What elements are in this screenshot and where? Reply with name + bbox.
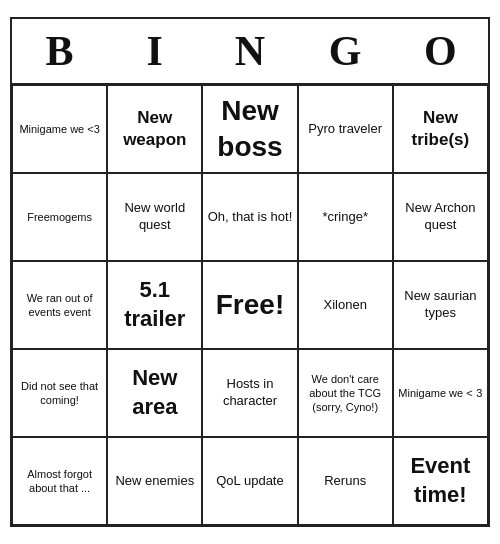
bingo-cell-9: New Archon quest — [393, 173, 488, 261]
bingo-cell-21: New enemies — [107, 437, 202, 525]
letter-n: N — [206, 27, 294, 75]
bingo-cell-5: Freemogems — [12, 173, 107, 261]
cell-text-7: Oh, that is hot! — [208, 209, 293, 226]
cell-text-16: New area — [112, 364, 197, 421]
cell-text-10: We ran out of events event — [17, 291, 102, 320]
bingo-cell-11: 5.1 trailer — [107, 261, 202, 349]
bingo-cell-12: Free! — [202, 261, 297, 349]
cell-text-13: Xilonen — [324, 297, 367, 314]
bingo-cell-6: New world quest — [107, 173, 202, 261]
cell-text-18: We don't care about the TCG (sorry, Cyno… — [303, 372, 388, 415]
cell-text-11: 5.1 trailer — [112, 276, 197, 333]
bingo-grid: Minigame we <3New weaponNew bossPyro tra… — [12, 85, 488, 525]
cell-text-23: Reruns — [324, 473, 366, 490]
cell-text-0: Minigame we <3 — [19, 122, 99, 136]
letter-o: O — [396, 27, 484, 75]
bingo-cell-24: Event time! — [393, 437, 488, 525]
bingo-cell-0: Minigame we <3 — [12, 85, 107, 173]
cell-text-14: New saurian types — [398, 288, 483, 322]
cell-text-9: New Archon quest — [398, 200, 483, 234]
cell-text-22: QoL update — [216, 473, 283, 490]
bingo-cell-2: New boss — [202, 85, 297, 173]
bingo-cell-13: Xilonen — [298, 261, 393, 349]
bingo-cell-4: New tribe(s) — [393, 85, 488, 173]
cell-text-24: Event time! — [398, 452, 483, 509]
cell-text-12: Free! — [216, 287, 284, 323]
cell-text-8: *cringe* — [322, 209, 368, 226]
bingo-cell-10: We ran out of events event — [12, 261, 107, 349]
bingo-cell-23: Reruns — [298, 437, 393, 525]
bingo-header: B I N G O — [12, 19, 488, 85]
cell-text-19: Minigame we < 3 — [398, 386, 482, 400]
cell-text-4: New tribe(s) — [398, 107, 483, 151]
bingo-cell-8: *cringe* — [298, 173, 393, 261]
bingo-cell-18: We don't care about the TCG (sorry, Cyno… — [298, 349, 393, 437]
cell-text-2: New boss — [207, 93, 292, 166]
cell-text-17: Hosts in character — [207, 376, 292, 410]
bingo-cell-17: Hosts in character — [202, 349, 297, 437]
cell-text-3: Pyro traveler — [308, 121, 382, 138]
letter-i: I — [111, 27, 199, 75]
bingo-cell-15: Did not see that coming! — [12, 349, 107, 437]
letter-b: B — [16, 27, 104, 75]
bingo-cell-14: New saurian types — [393, 261, 488, 349]
cell-text-1: New weapon — [112, 107, 197, 151]
bingo-cell-20: Almost forgot about that ... — [12, 437, 107, 525]
bingo-card: B I N G O Minigame we <3New weaponNew bo… — [10, 17, 490, 527]
letter-g: G — [301, 27, 389, 75]
bingo-cell-3: Pyro traveler — [298, 85, 393, 173]
bingo-cell-7: Oh, that is hot! — [202, 173, 297, 261]
bingo-cell-19: Minigame we < 3 — [393, 349, 488, 437]
cell-text-20: Almost forgot about that ... — [17, 467, 102, 496]
cell-text-15: Did not see that coming! — [17, 379, 102, 408]
cell-text-6: New world quest — [112, 200, 197, 234]
bingo-cell-22: QoL update — [202, 437, 297, 525]
bingo-cell-1: New weapon — [107, 85, 202, 173]
cell-text-21: New enemies — [115, 473, 194, 490]
cell-text-5: Freemogems — [27, 210, 92, 224]
bingo-cell-16: New area — [107, 349, 202, 437]
